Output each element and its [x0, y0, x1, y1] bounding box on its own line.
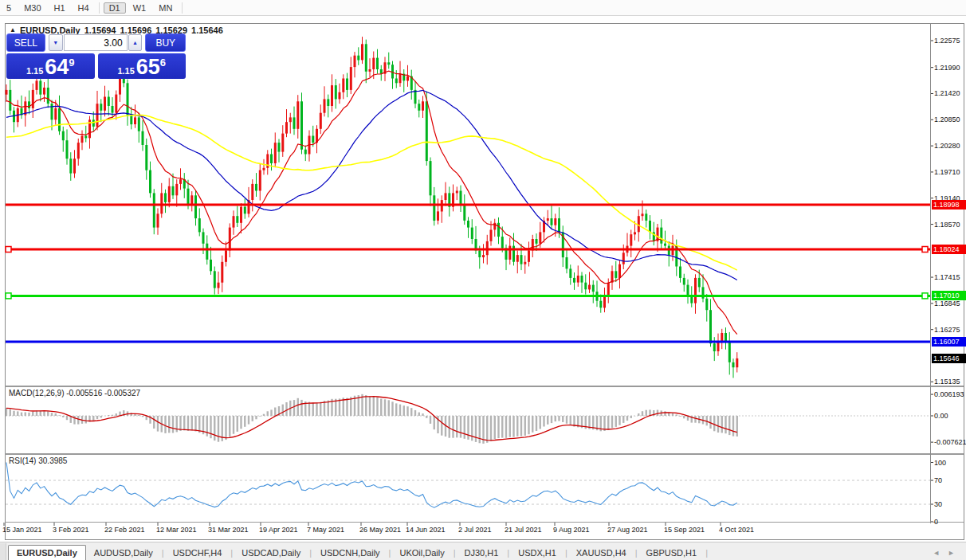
candle-body [467, 221, 469, 228]
date-label: 26 May 2021 [359, 526, 401, 534]
candle-body [551, 218, 553, 225]
candle-body [687, 285, 689, 296]
candle-body [569, 268, 571, 278]
macd-panel-separator[interactable] [5, 386, 964, 387]
candle-body [198, 218, 201, 232]
candle-body [190, 195, 193, 204]
candle-body [312, 136, 314, 143]
candle-body [342, 79, 344, 92]
candle-body [327, 99, 329, 106]
bid-prefix: 1.15 [26, 66, 43, 76]
xaxis-separator [5, 522, 964, 523]
chart-canvas[interactable] [0, 0, 966, 560]
ask-price-display[interactable]: 1.15 65 6 [98, 53, 187, 79]
candle-body [736, 358, 738, 367]
candle-body [339, 92, 341, 100]
price-tick-label: 1.21420 [934, 89, 960, 97]
candle-body [490, 230, 493, 241]
macd-tick-label: 0.006193 [934, 390, 964, 398]
sell-button[interactable]: SELL [6, 33, 45, 52]
volume-input[interactable] [64, 34, 128, 51]
candle-body [214, 271, 216, 288]
buy-button[interactable]: BUY [145, 33, 186, 52]
candle-body [73, 159, 76, 173]
hline-handle[interactable] [922, 293, 928, 299]
date-label: 2 Jul 2021 [458, 526, 492, 534]
candle-body [618, 264, 621, 278]
candle-body [324, 99, 326, 112]
candle-body [58, 108, 61, 131]
candle-body [296, 101, 299, 129]
candle-body [607, 283, 610, 296]
candle-body [705, 299, 708, 310]
candle-body [350, 67, 352, 90]
rsi-panel-separator[interactable] [5, 453, 964, 455]
ohlc-close: 1.15646 [191, 25, 223, 35]
candle-body [554, 218, 556, 225]
candle-body [615, 271, 617, 278]
candle-body [54, 108, 57, 119]
price-tick-label: 1.22575 [934, 37, 960, 45]
candle-body [202, 232, 205, 243]
candle-body [387, 62, 390, 65]
candle-body [603, 296, 606, 307]
candle-body [251, 184, 253, 200]
date-label: 9 Aug 2021 [553, 526, 590, 534]
price-marker-1.18024: 1.18024 [932, 245, 966, 254]
candle-body [709, 310, 712, 343]
one-click-trading-panel: SELL ▼ ▲ BUY 1.15 64 9 1.15 65 6 [6, 33, 186, 79]
candle-body [115, 95, 117, 113]
candle-body [581, 276, 583, 283]
candle-body [622, 253, 625, 264]
rsi-tick-label: 0 [934, 518, 938, 526]
hline-handle[interactable] [6, 293, 11, 299]
bid-price-display[interactable]: 1.15 64 9 [6, 53, 95, 79]
candle-body [270, 155, 273, 164]
volume-increase-button[interactable]: ▲ [128, 34, 143, 51]
candle-body [331, 85, 333, 106]
candle-body [335, 85, 337, 99]
candle-body [149, 170, 151, 194]
price-tick-label: 1.16275 [934, 326, 960, 334]
candle-body [528, 250, 530, 261]
candle-body [660, 228, 662, 244]
candle-body [372, 58, 375, 69]
collapse-panel-icon[interactable]: ▲ [10, 26, 16, 33]
candle-body [130, 116, 132, 125]
candle-body [175, 184, 178, 195]
price-marker-1.16007: 1.16007 [932, 337, 966, 347]
volume-decrease-button[interactable]: ▼ [49, 34, 63, 51]
macd-tick-label: 0.00 [934, 412, 948, 420]
candle-body [630, 234, 632, 245]
hline-handle[interactable] [922, 247, 928, 253]
date-label: 31 Mar 2021 [208, 526, 249, 534]
candle-body [445, 193, 447, 200]
candle-body [497, 223, 500, 237]
candle-body [240, 207, 242, 223]
price-tick-label: 1.16845 [934, 300, 960, 307]
candle-body [134, 117, 136, 124]
rsi-label: RSI(14) 30.3985 [9, 456, 67, 465]
candle-body [573, 278, 575, 283]
candle-body [516, 255, 519, 262]
bid-pipette: 9 [69, 57, 74, 69]
candle-body [6, 90, 8, 95]
candle-body [376, 58, 379, 69]
candle-body [108, 97, 110, 107]
candle-body [43, 88, 45, 95]
rsi-tick-label: 100 [934, 459, 946, 467]
candle-body [690, 296, 693, 303]
price-tick-label: 1.21990 [934, 64, 960, 72]
candle-body [732, 362, 735, 367]
candle-body [285, 122, 288, 133]
rsi-tick-label: 70 [934, 476, 942, 484]
date-label: 21 Jul 2021 [505, 526, 542, 534]
candle-body [81, 136, 84, 143]
candle-body [422, 101, 424, 111]
candle-body [39, 80, 41, 94]
hline-handle[interactable] [6, 247, 11, 253]
candle-body [244, 207, 246, 214]
candle-body [281, 134, 284, 152]
candle-body [501, 237, 504, 248]
price-tick-label: 1.15135 [934, 378, 960, 386]
